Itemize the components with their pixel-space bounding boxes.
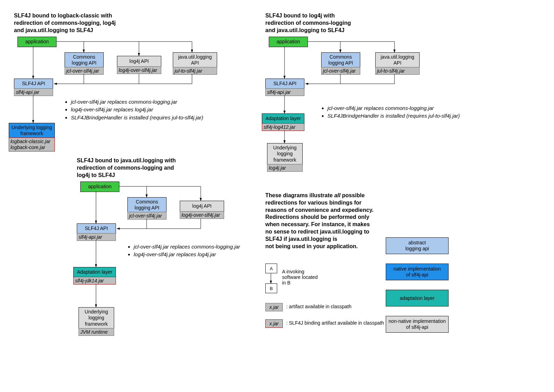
d1-log4j: log4j API: [117, 56, 161, 67]
d2-adapt: Adaptation layer: [73, 267, 116, 278]
d2-fw: Underlying logging framework: [79, 307, 114, 329]
d2-log4j: log4j API: [180, 201, 224, 212]
d1-jul: java.util.logging API: [173, 52, 217, 68]
d1-app: application: [17, 37, 57, 47]
d3-adapt-jar: slf4j-log412.jar: [262, 123, 304, 131]
d3-app: application: [269, 37, 308, 47]
d2-title: SLF4J bound to java.util.logging with re…: [77, 157, 176, 179]
d3-fw: Underlying logging framework: [267, 143, 303, 165]
d3-fw-jar: log4j.jar: [267, 164, 303, 172]
d1-title: SLF4J bound to logback-classic with redi…: [14, 12, 116, 34]
d3-adapt: Adaptation layer: [262, 113, 304, 124]
key-jar2-text: : SLF4J binding artifact available in cl…: [286, 320, 384, 326]
d3-jul-jar: jul-to-slf4j.jar: [375, 67, 420, 75]
explanation: These diagrams illustrate all possiblere…: [265, 192, 374, 250]
d2-api-jar: slf4j-api.jar: [77, 233, 116, 241]
d3-jul: java.util.logging API: [375, 52, 420, 68]
d1-fw: Underlying logging framework: [9, 123, 55, 138]
d2-notes: jcl-over-slf4j.jar replaces commons-logg…: [127, 243, 240, 259]
d2-app: application: [80, 182, 119, 192]
d3-title: SLF4J bound to log4j with redirection of…: [265, 12, 351, 34]
legend-adapt: adaptation layer: [386, 290, 449, 306]
d1-log4j-jar: log4j-over-slf4j.jar: [117, 66, 161, 74]
d3-commons: Commons logging API: [321, 52, 360, 68]
key-a: A: [265, 264, 277, 273]
d2-commons: Commons logging API: [127, 197, 167, 213]
d1-api-jar: slf4j-api.jar: [14, 88, 53, 96]
d3-api-jar: slf4j-api.jar: [265, 88, 304, 96]
d3-api: SLF4J API: [265, 79, 304, 89]
d2-log4j-jar: log4j-over-slf4j.jar: [180, 211, 224, 219]
key-jar2: x.jar: [265, 319, 283, 328]
legend-abstract: abstract logging api: [386, 237, 449, 254]
d2-api: SLF4J API: [77, 223, 116, 234]
d1-commons: Commons logging API: [65, 52, 104, 68]
d2-commons-jar: jcl-over-slf4j.jar: [127, 212, 167, 220]
legend-native: native implementation of slf4j-api: [386, 264, 449, 280]
key-b: B: [265, 283, 277, 293]
d2-adapt-jar: slf4j-jdk14.jar: [73, 277, 116, 284]
key-jar1: x.jar: [265, 303, 283, 311]
d3-notes: jcl-over-slf4j.jar replaces commons-logg…: [321, 104, 460, 120]
d1-commons-jar: jcl-over-slf4j.jar: [65, 67, 104, 75]
d1-notes: jcl-over-slf4j.jar replaces commons-logg…: [65, 98, 203, 122]
legend-nonnative: non-native implementation of slf4j-api: [386, 316, 449, 333]
d1-fw-jar: logback-classic.jar logback-core.jar: [9, 138, 55, 151]
key-ab-text: A invoking software located in B: [282, 269, 318, 286]
d2-fw-jar: JVM runtime: [79, 328, 114, 336]
d3-commons-jar: jcl-over-slf4j.jar: [321, 67, 360, 75]
d1-api: SLF4J API: [14, 79, 53, 89]
key-jar1-text: : artifact available in classpath: [286, 304, 352, 309]
d1-jul-jar: jul-to-slf4j.jar: [173, 67, 217, 75]
